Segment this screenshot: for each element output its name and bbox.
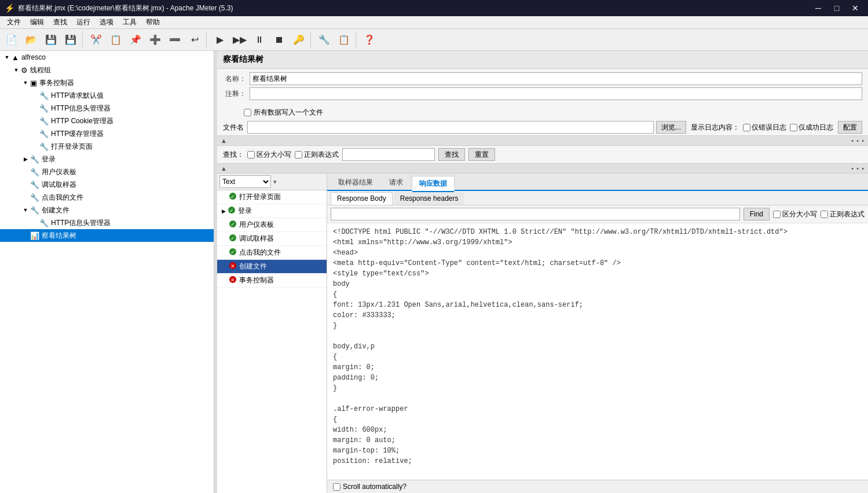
tree-node[interactable]: 🔧调试取样器 bbox=[0, 178, 214, 191]
search-input[interactable] bbox=[342, 148, 435, 161]
add-btn[interactable]: ➕ bbox=[146, 31, 164, 49]
find-regex-checkbox[interactable] bbox=[821, 211, 828, 218]
toggle-row-2: ▲ • • • bbox=[217, 163, 868, 174]
node-icon: 🔧 bbox=[39, 104, 49, 113]
sub-tab-response-headers[interactable]: Response headers bbox=[394, 192, 465, 205]
svg-text:✕: ✕ bbox=[230, 263, 235, 269]
menu-item-编辑[interactable]: 编辑 bbox=[25, 16, 49, 28]
result-item[interactable]: ✕创建文件 bbox=[217, 260, 327, 274]
regex-label: 正则表达式 bbox=[304, 150, 339, 160]
tree-node[interactable]: 🔧用户仪表板 bbox=[0, 165, 214, 178]
node-label: 事务控制器 bbox=[39, 78, 74, 88]
menu-item-运行[interactable]: 运行 bbox=[72, 16, 95, 28]
minimize-button[interactable]: ─ bbox=[810, 0, 826, 16]
undo-btn[interactable]: ↩ bbox=[185, 31, 204, 49]
tab-sampler-results[interactable]: 取样器结果 bbox=[331, 175, 380, 190]
new-btn[interactable]: 📄 bbox=[2, 31, 21, 49]
tree-node[interactable]: ▼▲alfresco bbox=[0, 51, 214, 64]
error-only-checkbox[interactable] bbox=[743, 124, 750, 131]
tree-node[interactable]: 🔧点击我的文件 bbox=[0, 191, 214, 204]
run-btn[interactable]: ▶ bbox=[211, 31, 229, 49]
tree-node[interactable]: 🔧HTTP Cookie管理器 bbox=[0, 115, 214, 127]
result-item[interactable]: ✓打开登录页面 bbox=[217, 190, 327, 204]
copy-btn[interactable]: 📋 bbox=[107, 31, 125, 49]
scroll-auto-checkbox[interactable] bbox=[333, 483, 340, 491]
open-btn[interactable]: 📂 bbox=[22, 31, 41, 49]
run-nopause-btn[interactable]: ▶▶ bbox=[230, 31, 249, 49]
menu-item-工具[interactable]: 工具 bbox=[118, 16, 141, 28]
format-arrow: ▾ bbox=[273, 178, 277, 186]
browse-button[interactable]: 浏览... bbox=[656, 121, 686, 134]
tree-node[interactable]: 📊察看结果树 bbox=[0, 229, 214, 242]
file-row: 文件名 浏览... 显示日志内容： 仅错误日志 仅成功日志 配置 bbox=[217, 119, 868, 135]
log-btn[interactable]: 📋 bbox=[335, 31, 353, 49]
save-template-btn[interactable]: 💾 bbox=[42, 31, 60, 49]
content-line: padding: 0; bbox=[333, 373, 862, 383]
maximize-button[interactable]: □ bbox=[829, 0, 845, 16]
node-label: HTTP信息头管理器 bbox=[51, 104, 111, 113]
comment-input[interactable] bbox=[250, 87, 862, 100]
tree-node[interactable]: 🔧HTTP缓存管理器 bbox=[0, 127, 214, 140]
menu-item-选项[interactable]: 选项 bbox=[95, 16, 118, 28]
stop-btn[interactable]: ⏹ bbox=[270, 31, 288, 49]
save-btn[interactable]: 💾 bbox=[61, 31, 80, 49]
expand-icon[interactable]: ▼ bbox=[2, 54, 12, 60]
result-item[interactable]: ▶✓登录 bbox=[217, 204, 327, 218]
expand-icon[interactable]: ▼ bbox=[21, 80, 30, 86]
ssl-btn[interactable]: 🔑 bbox=[290, 31, 308, 49]
remove-btn[interactable]: ➖ bbox=[166, 31, 184, 49]
help-btn[interactable]: ❓ bbox=[360, 31, 379, 49]
expand-icon[interactable]: ▼ bbox=[21, 207, 30, 213]
result-item[interactable]: ✓调试取样器 bbox=[217, 232, 327, 246]
sub-tab-response-body[interactable]: Response Body bbox=[331, 192, 393, 205]
find-case-checkbox[interactable] bbox=[773, 211, 781, 218]
success-only-checkbox[interactable] bbox=[790, 124, 797, 131]
panel-header: 察看结果树 bbox=[217, 51, 868, 69]
all-data-checkbox[interactable] bbox=[244, 109, 251, 116]
tree-node[interactable]: ▶🔧登录 bbox=[0, 153, 214, 165]
tree-node[interactable]: 🔧HTTP信息头管理器 bbox=[0, 102, 214, 115]
tree-node[interactable]: 🔧HTTP请求默认值 bbox=[0, 89, 214, 102]
collapse-icon-1[interactable]: ▲ bbox=[221, 137, 227, 144]
tree-node[interactable]: ▼🔧创建文件 bbox=[0, 204, 214, 216]
result-item[interactable]: ✓点击我的文件 bbox=[217, 246, 327, 260]
content-line: <html xmlns="http://www.w3.org/1999/xhtm… bbox=[333, 237, 862, 248]
configure-button[interactable]: 配置 bbox=[838, 121, 862, 134]
expand-icon[interactable]: ▼ bbox=[12, 67, 21, 73]
name-input[interactable] bbox=[250, 72, 862, 85]
collapse-icon-2[interactable]: ▲ bbox=[221, 165, 227, 172]
content-line: position: relative; bbox=[333, 456, 862, 466]
svg-text:✓: ✓ bbox=[230, 236, 235, 241]
menu-item-查找[interactable]: 查找 bbox=[49, 16, 72, 28]
case-sensitive-checkbox[interactable] bbox=[247, 151, 255, 159]
find-button[interactable]: 查找 bbox=[438, 148, 465, 161]
close-button[interactable]: ✕ bbox=[847, 0, 863, 16]
result-item[interactable]: ✕事务控制器 bbox=[217, 274, 327, 288]
tab-response-data[interactable]: 响应数据 bbox=[412, 176, 455, 191]
menu-item-文件[interactable]: 文件 bbox=[2, 16, 25, 28]
node-label: alfresco bbox=[21, 53, 46, 61]
tab-request[interactable]: 请求 bbox=[382, 175, 411, 190]
menu-item-帮助[interactable]: 帮助 bbox=[141, 16, 164, 28]
tree-node[interactable]: 🔧HTTP信息头管理器 bbox=[0, 216, 214, 229]
expand-icon[interactable]: ▶ bbox=[21, 156, 30, 162]
tree-node[interactable]: 🔧打开登录页面 bbox=[0, 140, 214, 153]
reset-button[interactable]: 重置 bbox=[468, 148, 495, 161]
scroll-auto-row: Scroll automatically? bbox=[333, 483, 406, 491]
pause-btn[interactable]: ⏸ bbox=[250, 31, 269, 49]
paste-btn[interactable]: 📌 bbox=[126, 31, 145, 49]
tree-node[interactable]: ▼▣事务控制器 bbox=[0, 76, 214, 89]
node-label: HTTP Cookie管理器 bbox=[51, 116, 113, 126]
regex-checkbox[interactable] bbox=[295, 151, 302, 159]
func-btn[interactable]: 🔧 bbox=[315, 31, 334, 49]
format-selector[interactable]: TextHTMLJSONXMLCSS/JQuery bbox=[219, 175, 271, 188]
all-data-label: 所有数据写入一个文件 bbox=[254, 108, 323, 117]
tree-node[interactable]: ▼⚙线程组 bbox=[0, 64, 214, 76]
regex-row: 正则表达式 bbox=[295, 150, 339, 160]
find-btn[interactable]: Find bbox=[744, 208, 770, 220]
result-item[interactable]: ✓用户仪表板 bbox=[217, 218, 327, 232]
find-input[interactable] bbox=[331, 208, 740, 220]
cut-btn[interactable]: ✂️ bbox=[87, 31, 105, 49]
result-expand-icon[interactable]: ▶ bbox=[222, 208, 226, 214]
file-input[interactable] bbox=[247, 121, 654, 134]
